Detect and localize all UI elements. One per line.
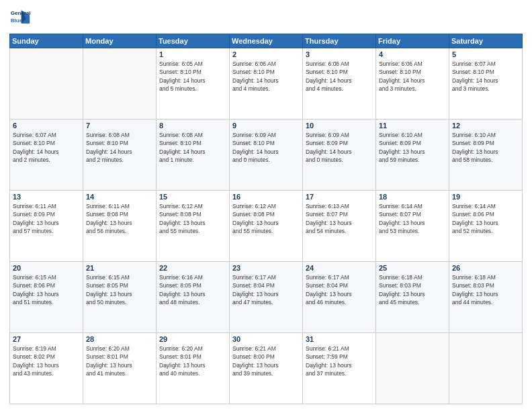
weekday-header-thursday: Thursday (303, 34, 376, 48)
day-number: 27 (13, 335, 80, 343)
day-number: 22 (159, 264, 226, 272)
day-info: Sunrise: 6:16 AM Sunset: 8:05 PM Dayligh… (159, 273, 226, 306)
day-info: Sunrise: 6:11 AM Sunset: 8:08 PM Dayligh… (86, 202, 153, 235)
calendar-cell: 15Sunrise: 6:12 AM Sunset: 8:08 PM Dayli… (157, 191, 230, 262)
day-number: 20 (13, 264, 80, 272)
day-info: Sunrise: 6:15 AM Sunset: 8:06 PM Dayligh… (13, 273, 80, 306)
day-number: 31 (306, 335, 373, 343)
day-number: 1 (159, 50, 226, 58)
week-row-1: 1Sunrise: 6:05 AM Sunset: 8:10 PM Daylig… (10, 48, 523, 120)
calendar-cell: 14Sunrise: 6:11 AM Sunset: 8:08 PM Dayli… (83, 191, 157, 262)
day-info: Sunrise: 6:06 AM Sunset: 8:10 PM Dayligh… (306, 60, 373, 93)
calendar-cell: 12Sunrise: 6:10 AM Sunset: 8:09 PM Dayli… (449, 120, 523, 191)
day-number: 21 (86, 264, 153, 272)
calendar-cell: 2Sunrise: 6:06 AM Sunset: 8:10 PM Daylig… (230, 48, 303, 120)
day-number: 12 (452, 122, 519, 130)
day-info: Sunrise: 6:20 AM Sunset: 8:01 PM Dayligh… (86, 345, 153, 377)
day-number: 17 (306, 193, 373, 201)
calendar-cell: 11Sunrise: 6:10 AM Sunset: 8:09 PM Dayli… (376, 120, 449, 191)
calendar-cell: 31Sunrise: 6:21 AM Sunset: 7:59 PM Dayli… (303, 333, 376, 404)
day-info: Sunrise: 6:05 AM Sunset: 8:10 PM Dayligh… (159, 60, 226, 93)
day-info: Sunrise: 6:18 AM Sunset: 8:03 PM Dayligh… (452, 273, 519, 306)
calendar-cell: 20Sunrise: 6:15 AM Sunset: 8:06 PM Dayli… (10, 262, 83, 333)
day-info: Sunrise: 6:08 AM Sunset: 8:10 PM Dayligh… (159, 131, 226, 164)
calendar-cell: 13Sunrise: 6:11 AM Sunset: 8:09 PM Dayli… (10, 191, 83, 262)
calendar-cell (449, 333, 523, 404)
calendar-cell: 3Sunrise: 6:06 AM Sunset: 8:10 PM Daylig… (303, 48, 376, 120)
weekday-header-friday: Friday (376, 34, 449, 48)
day-number: 2 (232, 50, 300, 58)
day-number: 6 (13, 122, 80, 130)
day-info: Sunrise: 6:21 AM Sunset: 8:00 PM Dayligh… (232, 345, 300, 377)
week-row-4: 20Sunrise: 6:15 AM Sunset: 8:06 PM Dayli… (10, 262, 523, 333)
calendar-cell: 17Sunrise: 6:13 AM Sunset: 8:07 PM Dayli… (303, 191, 376, 262)
day-info: Sunrise: 6:14 AM Sunset: 8:07 PM Dayligh… (379, 202, 446, 235)
logo-icon: General Blue (9, 7, 31, 28)
day-number: 18 (379, 193, 446, 201)
day-info: Sunrise: 6:06 AM Sunset: 8:10 PM Dayligh… (232, 60, 300, 93)
day-info: Sunrise: 6:13 AM Sunset: 8:07 PM Dayligh… (306, 202, 373, 235)
day-number: 19 (452, 193, 519, 201)
calendar-cell: 10Sunrise: 6:09 AM Sunset: 8:09 PM Dayli… (303, 120, 376, 191)
day-info: Sunrise: 6:08 AM Sunset: 8:10 PM Dayligh… (86, 131, 153, 164)
day-number: 5 (452, 50, 519, 58)
calendar-table: SundayMondayTuesdayWednesdayThursdayFrid… (9, 34, 523, 404)
day-number: 3 (306, 50, 373, 58)
calendar-cell: 8Sunrise: 6:08 AM Sunset: 8:10 PM Daylig… (157, 120, 230, 191)
day-number: 11 (379, 122, 446, 130)
calendar-cell: 5Sunrise: 6:07 AM Sunset: 8:10 PM Daylig… (449, 48, 523, 120)
day-info: Sunrise: 6:12 AM Sunset: 8:08 PM Dayligh… (159, 202, 226, 235)
day-number: 14 (86, 193, 153, 201)
week-row-5: 27Sunrise: 6:19 AM Sunset: 8:02 PM Dayli… (10, 333, 523, 404)
week-row-2: 6Sunrise: 6:07 AM Sunset: 8:10 PM Daylig… (10, 120, 523, 191)
calendar-cell: 6Sunrise: 6:07 AM Sunset: 8:10 PM Daylig… (10, 120, 83, 191)
weekday-header-wednesday: Wednesday (230, 34, 303, 48)
svg-text:General: General (11, 10, 31, 16)
calendar-cell: 27Sunrise: 6:19 AM Sunset: 8:02 PM Dayli… (10, 333, 83, 404)
calendar-cell: 16Sunrise: 6:12 AM Sunset: 8:08 PM Dayli… (230, 191, 303, 262)
calendar-cell: 22Sunrise: 6:16 AM Sunset: 8:05 PM Dayli… (157, 262, 230, 333)
day-info: Sunrise: 6:14 AM Sunset: 8:06 PM Dayligh… (452, 202, 519, 235)
day-number: 13 (13, 193, 80, 201)
week-row-3: 13Sunrise: 6:11 AM Sunset: 8:09 PM Dayli… (10, 191, 523, 262)
day-number: 25 (379, 264, 446, 272)
day-number: 15 (159, 193, 226, 201)
svg-text:Blue: Blue (11, 17, 23, 24)
calendar-cell: 25Sunrise: 6:18 AM Sunset: 8:03 PM Dayli… (376, 262, 449, 333)
day-info: Sunrise: 6:07 AM Sunset: 8:10 PM Dayligh… (452, 60, 519, 93)
weekday-header-saturday: Saturday (449, 34, 523, 48)
weekday-header-monday: Monday (83, 34, 157, 48)
calendar-cell: 4Sunrise: 6:06 AM Sunset: 8:10 PM Daylig… (376, 48, 449, 120)
calendar-cell: 18Sunrise: 6:14 AM Sunset: 8:07 PM Dayli… (376, 191, 449, 262)
day-number: 10 (306, 122, 373, 130)
day-info: Sunrise: 6:21 AM Sunset: 7:59 PM Dayligh… (306, 345, 373, 377)
calendar-cell (376, 333, 449, 404)
day-number: 4 (379, 50, 446, 58)
calendar-cell: 1Sunrise: 6:05 AM Sunset: 8:10 PM Daylig… (157, 48, 230, 120)
day-number: 26 (452, 264, 519, 272)
day-info: Sunrise: 6:12 AM Sunset: 8:08 PM Dayligh… (232, 202, 300, 235)
calendar-cell: 29Sunrise: 6:20 AM Sunset: 8:01 PM Dayli… (157, 333, 230, 404)
calendar-cell: 24Sunrise: 6:17 AM Sunset: 8:04 PM Dayli… (303, 262, 376, 333)
day-number: 30 (232, 335, 300, 343)
weekday-header-sunday: Sunday (10, 34, 83, 48)
header: General Blue (9, 7, 523, 28)
calendar-cell: 23Sunrise: 6:17 AM Sunset: 8:04 PM Dayli… (230, 262, 303, 333)
day-number: 16 (232, 193, 300, 201)
day-number: 8 (159, 122, 226, 130)
day-info: Sunrise: 6:10 AM Sunset: 8:09 PM Dayligh… (452, 131, 519, 164)
day-info: Sunrise: 6:20 AM Sunset: 8:01 PM Dayligh… (159, 345, 226, 377)
logo: General Blue (9, 7, 31, 28)
day-info: Sunrise: 6:17 AM Sunset: 8:04 PM Dayligh… (232, 273, 300, 306)
calendar-cell (83, 48, 157, 120)
calendar-cell: 7Sunrise: 6:08 AM Sunset: 8:10 PM Daylig… (83, 120, 157, 191)
day-info: Sunrise: 6:10 AM Sunset: 8:09 PM Dayligh… (379, 131, 446, 164)
day-info: Sunrise: 6:17 AM Sunset: 8:04 PM Dayligh… (306, 273, 373, 306)
weekday-header-row: SundayMondayTuesdayWednesdayThursdayFrid… (10, 34, 523, 48)
calendar-cell: 21Sunrise: 6:15 AM Sunset: 8:05 PM Dayli… (83, 262, 157, 333)
day-info: Sunrise: 6:15 AM Sunset: 8:05 PM Dayligh… (86, 273, 153, 306)
weekday-header-tuesday: Tuesday (157, 34, 230, 48)
calendar-cell: 28Sunrise: 6:20 AM Sunset: 8:01 PM Dayli… (83, 333, 157, 404)
calendar-cell: 19Sunrise: 6:14 AM Sunset: 8:06 PM Dayli… (449, 191, 523, 262)
calendar-cell: 30Sunrise: 6:21 AM Sunset: 8:00 PM Dayli… (230, 333, 303, 404)
